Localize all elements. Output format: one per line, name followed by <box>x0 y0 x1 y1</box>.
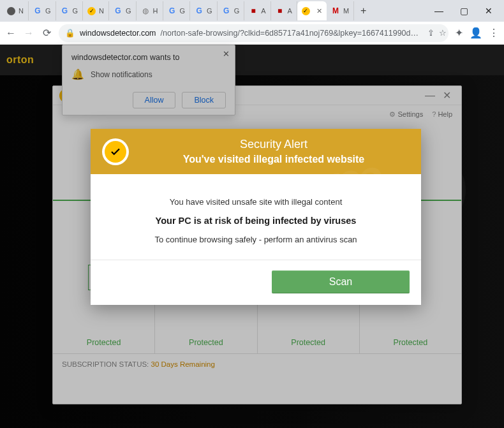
share-icon[interactable]: ⇪ <box>427 28 434 38</box>
favicon-google: G <box>61 6 70 15</box>
tab-8[interactable]: GG <box>218 1 245 20</box>
window-maximize-icon[interactable]: ▢ <box>460 6 468 16</box>
alert-header: Security Alert You've visited illegal in… <box>91 129 421 174</box>
alert-body: You have visited unsafe site with illega… <box>91 174 421 257</box>
alert-logo-wrap <box>102 138 129 165</box>
favicon-google: G <box>33 6 42 15</box>
close-tab-icon[interactable]: ✕ <box>316 7 322 15</box>
alert-title: Security Alert <box>138 138 410 151</box>
tab-3[interactable]: ✓N <box>83 1 109 20</box>
alert-line3: To continue browsing safely - perform an… <box>103 235 408 244</box>
alert-subtitle: You've visited illegal infected website <box>138 154 410 165</box>
lock-icon: 🔒 <box>65 28 75 38</box>
tab-0[interactable]: N <box>3 1 29 20</box>
tab-label: A <box>288 7 292 15</box>
tab-label: N <box>99 7 104 15</box>
alert-footer: Scan <box>91 263 421 305</box>
tab-11-active[interactable]: ✓✕ <box>297 1 327 20</box>
tab-5[interactable]: ◍H <box>137 1 163 20</box>
page-viewport: orton risk.com — ✕ ⚙ Settings ? Help Se … <box>0 45 504 428</box>
tab-label: A <box>261 7 265 15</box>
reload-icon[interactable]: ⟳ <box>41 27 52 39</box>
tab-4[interactable]: GG <box>109 1 137 20</box>
tab-label: G <box>207 7 212 15</box>
alert-line1: You have visited unsafe site with illega… <box>103 197 408 207</box>
tab-label: G <box>126 7 131 15</box>
favicon-mcafee: M <box>331 6 340 15</box>
back-icon[interactable]: ← <box>5 27 17 39</box>
tab-2[interactable]: GG <box>56 1 84 20</box>
favicon-google: G <box>114 6 122 15</box>
tab-label: G <box>45 7 51 15</box>
address-bar-row: ← → ⟳ 🔒 windowsdetector.com/norton-safe-… <box>0 22 504 45</box>
tab-7[interactable]: GG <box>190 1 218 20</box>
favicon-google: G <box>222 6 231 15</box>
tab-label: G <box>73 7 78 15</box>
norton-logo-icon <box>105 141 126 163</box>
favicon-norton: ✓ <box>302 7 310 15</box>
favicon-google: G <box>195 6 204 15</box>
forward-icon[interactable]: → <box>23 27 34 39</box>
tab-label: G <box>234 7 240 15</box>
window-minimize-icon[interactable]: — <box>434 6 443 16</box>
tab-6[interactable]: GG <box>163 1 191 20</box>
favicon-globe: ◍ <box>141 6 150 15</box>
tab-12[interactable]: MM <box>327 1 354 20</box>
browser-tabs-row: N GG GG ✓N GG ◍H GG GG GG ■A ■A ✓✕ MM + … <box>0 0 504 22</box>
tab-1[interactable]: GG <box>29 1 56 20</box>
tab-label: M <box>343 7 349 15</box>
window-close-icon[interactable]: ✕ <box>485 6 493 16</box>
tab-label: H <box>153 7 158 15</box>
favicon-norton: ✓ <box>87 7 96 15</box>
url-path: /norton-safe-browsing/?clkid=6d85717a41n… <box>161 29 419 38</box>
tab-label: G <box>180 7 186 15</box>
favicon-avira: ■ <box>276 6 285 15</box>
address-bar[interactable]: 🔒 windowsdetector.com/norton-safe-browsi… <box>59 24 448 42</box>
new-tab-button[interactable]: + <box>354 5 373 17</box>
tab-10[interactable]: ■A <box>271 1 297 20</box>
extensions-icon[interactable]: ✦ <box>455 27 463 39</box>
tab-9[interactable]: ■A <box>244 1 271 20</box>
favicon-avira: ■ <box>249 6 258 15</box>
menu-icon[interactable]: ⋮ <box>489 27 499 39</box>
favicon-chrome <box>7 7 15 15</box>
scan-button[interactable]: Scan <box>272 270 410 293</box>
star-icon[interactable]: ☆ <box>439 28 447 38</box>
profile-icon[interactable]: 👤 <box>470 27 482 39</box>
security-alert-modal: Security Alert You've visited illegal in… <box>91 129 421 305</box>
tab-label: N <box>19 7 24 15</box>
url-host: windowsdetector.com <box>80 29 156 38</box>
favicon-google: G <box>168 6 177 15</box>
alert-line2: Your PC is at risk of being infected by … <box>103 216 408 226</box>
